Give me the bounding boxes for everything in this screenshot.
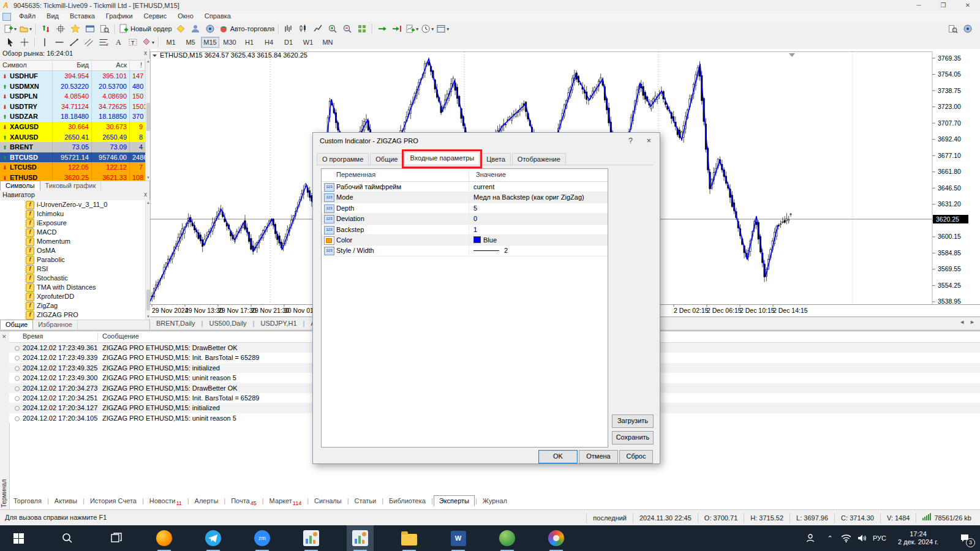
terminal-toggle[interactable] [83,23,97,35]
menu-Справка[interactable]: Справка [199,11,236,21]
parameter-row[interactable]: 123Backstep1 [322,225,608,235]
signals-button[interactable] [203,23,217,35]
chart-tab-US500,Daily[interactable]: US500,Daily [203,320,252,327]
text-button[interactable]: A [111,36,125,48]
parameter-row[interactable]: 123Depth5 [322,203,608,214]
firefox-icon[interactable] [151,525,178,551]
channel-button[interactable] [82,36,96,48]
market-watch-row[interactable]: ⬆BTCUSD95721.1495746.002486 [0,152,145,163]
notification-center-icon[interactable]: 3 [953,525,976,551]
navigator-item[interactable]: fZigZag [0,301,145,310]
label-button[interactable]: T [126,36,140,48]
timeframe-MN[interactable]: MN [318,37,337,48]
market-watch-row[interactable]: ⬆USDZAR18.1848018.18850370 [0,111,145,122]
bar-chart-button[interactable] [282,23,295,35]
trendline-button[interactable] [67,36,81,48]
market-watch-row[interactable]: ⬇XAGUSD30.66430.6739 [0,122,145,132]
dialog-help-button[interactable]: ? [628,137,633,145]
navigator-item[interactable]: fMomentum [0,237,145,246]
menu-Вид[interactable]: Вид [41,11,64,21]
close-button[interactable]: ✕ [956,0,980,11]
zoom-app-icon[interactable]: zm [249,525,276,551]
chart-tab-USDJPY,H1[interactable]: USDJPY,H1 [254,320,303,327]
navigator-item[interactable]: fOsMA [0,246,145,255]
cancel-button[interactable]: Отмена [579,450,618,463]
navigator-item[interactable]: fRSI [0,264,145,274]
parameter-value[interactable]: 1 [473,225,477,234]
reset-button[interactable]: Сброс [619,450,653,463]
market-watch-row[interactable]: ⬆XAUUSD2650.412650.498 [0,132,145,143]
market-watch-row[interactable]: ⬆BRENT73.0573.094 [0,142,145,152]
telegram-icon[interactable] [200,525,227,551]
parameter-value[interactable]: 5 [473,203,477,213]
tray-people-icon[interactable] [801,525,820,551]
metatrader-icon[interactable] [298,525,325,551]
crosshair-button[interactable] [18,36,31,48]
dialog-tab-Цвета[interactable]: Цвета [481,153,511,165]
terminal-tab-История Счета[interactable]: История Счета [85,496,141,506]
market-watch-row[interactable]: ⬇USDHUF394.954395.101147 [0,71,145,81]
autotrading-button[interactable]: Авто-торговля [218,23,276,35]
timeframe-M1[interactable]: M1 [162,37,180,48]
vertical-line-button[interactable] [38,36,51,48]
timeframe-M30[interactable]: M30 [221,37,239,48]
menu-Сервис[interactable]: Сервис [138,11,173,21]
dialog-tab-Общие[interactable]: Общие [370,153,403,165]
metatrader-icon-active[interactable] [347,525,374,551]
parameter-value[interactable]: 0 [473,214,477,223]
market-watch-row[interactable]: ⬇LTCUSD122.05122.127 [0,162,145,173]
zoom-in-button[interactable] [326,23,339,35]
terminal-tab-Статьи[interactable]: Статьи [350,496,382,506]
col-spread[interactable]: ! [130,61,145,70]
timeframe-H4[interactable]: H4 [260,37,278,48]
timeframe-M15[interactable]: M15 [201,37,219,48]
metaeditor-button[interactable] [174,23,187,35]
navigator-close-icon[interactable]: x [144,191,147,198]
navigator-item[interactable]: fiExposure [0,219,145,228]
timeframe-H1[interactable]: H1 [240,37,258,48]
maximize-button[interactable]: ❐ [931,0,956,11]
terminal-tab-Сигналы[interactable]: Сигналы [309,496,347,506]
chart-shift-button[interactable] [390,23,404,35]
tab-symbols[interactable]: Символы [0,181,40,191]
timeframe-M5[interactable]: M5 [181,37,200,48]
col-ask[interactable]: Аск [92,61,130,70]
terminal-tab-Библиотека[interactable]: Библиотека [384,496,431,506]
data-window-toggle[interactable] [54,23,67,35]
col-time[interactable]: Время [23,332,43,340]
menu-Графики[interactable]: Графики [100,11,138,21]
navigator-item[interactable]: fStochastic [0,274,145,283]
navigator-item[interactable]: fMACD [0,228,145,237]
terminal-side-tab[interactable]: Терминал [0,331,10,510]
market-watch-close-icon[interactable]: x [144,50,147,56]
toolbar-search-button[interactable] [946,23,960,35]
terminal-tab-Журнал[interactable]: Журнал [478,496,512,506]
market-watch-toggle[interactable] [39,23,53,35]
market-watch-row[interactable]: ⬇USDPLN4.085404.08690150 [0,91,145,102]
parameter-row[interactable]: 123Style / Width2 [322,246,608,256]
menu-Вставка[interactable]: Вставка [64,11,100,21]
file-explorer-icon[interactable] [396,525,423,551]
volume-icon[interactable] [854,525,870,551]
timeframe-W1[interactable]: W1 [299,37,317,48]
tab-tick-chart[interactable]: Тиковый график [40,181,102,191]
wifi-icon[interactable] [838,525,854,551]
strategy-tester-toggle[interactable] [98,23,111,35]
navigator-item[interactable]: fIchimoku [0,209,145,219]
experts-button[interactable] [189,23,202,35]
market-watch-row[interactable]: ⬆USDMXN20.5322020.53700480 [0,81,145,92]
parameter-row[interactable]: 123Deviation0 [322,214,608,224]
parameter-row[interactable]: 123Рабочий таймфреймcurrent [322,182,608,192]
ok-button[interactable]: OK [538,450,578,463]
navigator-toggle[interactable] [69,23,82,35]
new-chart-button[interactable]: ▾ [3,23,17,35]
terminal-tab-Активы[interactable]: Активы [50,496,82,506]
community-button[interactable] [961,23,974,35]
app-icon-green[interactable] [494,525,521,551]
line-chart-button[interactable] [311,23,325,35]
load-button[interactable]: Загрузить [612,414,654,428]
dialog-tab-О программе[interactable]: О программе [317,153,369,165]
horizontal-line-button[interactable] [53,36,66,48]
tab-favorites[interactable]: Избранное [33,320,78,330]
navigator-item[interactable]: fParabolic [0,255,145,264]
